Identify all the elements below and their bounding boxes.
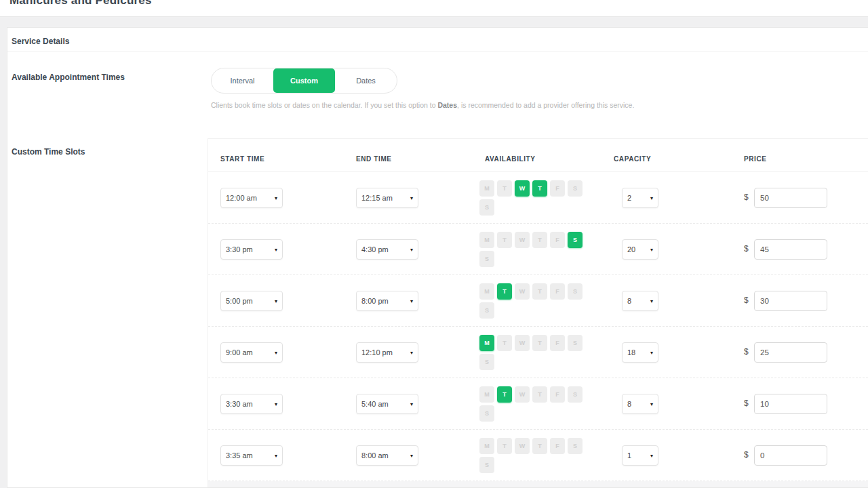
tab-custom[interactable]: Custom — [273, 68, 335, 93]
day-toggle[interactable]: M — [479, 335, 494, 351]
day-toggle[interactable]: T — [497, 335, 512, 351]
day-toggle[interactable]: F — [550, 283, 565, 300]
day-toggle[interactable]: F — [550, 386, 565, 403]
page-title: Manicures and Pedicures — [0, 0, 868, 6]
capacity-select[interactable]: 8 ▾ — [622, 394, 658, 414]
dropdown-arrow-icon: ▾ — [410, 195, 413, 201]
day-toggle[interactable]: W — [515, 283, 530, 300]
column-header-start-time: START TIME — [220, 155, 264, 163]
end-time-select[interactable]: 12:15 am ▾ — [356, 188, 418, 208]
service-details-card: Service Details Available Appointment Ti… — [7, 27, 868, 488]
start-time-select[interactable]: 5:00 pm ▾ — [220, 291, 283, 311]
day-toggle[interactable]: T — [497, 283, 512, 300]
capacity-select[interactable]: 20 ▾ — [622, 239, 658, 260]
day-toggle[interactable]: S — [568, 438, 583, 454]
dropdown-arrow-icon: ▾ — [650, 453, 653, 459]
available-appointment-times-label: Available Appointment Times — [12, 73, 125, 82]
day-toggle[interactable]: T — [532, 283, 547, 300]
end-time-select[interactable]: 8:00 pm ▾ — [356, 291, 418, 311]
helper-text-suffix: , is recommended to add a provider offer… — [457, 101, 634, 109]
end-time-select[interactable]: 5:40 am ▾ — [356, 394, 418, 414]
capacity-select[interactable]: 1 ▾ — [622, 445, 658, 466]
dollar-sign: $ — [744, 244, 749, 253]
day-toggle[interactable]: M — [479, 232, 494, 248]
column-header-availability: AVAILABILITY — [485, 155, 536, 163]
day-toggle[interactable]: W — [515, 335, 530, 351]
column-header-end-time: END TIME — [356, 155, 392, 163]
tab-dates[interactable]: Dates — [335, 68, 397, 93]
slot-row: 5:00 pm ▾ 8:00 pm ▾ MTWTFSS 8 ▾ $ — [208, 275, 868, 327]
day-toggle[interactable]: F — [550, 438, 565, 454]
start-time-select[interactable]: 9:00 am ▾ — [220, 342, 283, 363]
day-toggle[interactable]: S — [568, 335, 583, 351]
day-toggle[interactable]: T — [532, 335, 547, 351]
day-toggle[interactable]: S — [568, 180, 583, 197]
start-time-select[interactable]: 3:35 am ▾ — [220, 445, 283, 466]
capacity-select[interactable]: 18 ▾ — [622, 342, 658, 363]
day-toggle[interactable]: T — [532, 438, 547, 454]
day-toggle[interactable]: W — [515, 180, 530, 197]
helper-text-dates: Dates — [437, 101, 457, 109]
day-toggle[interactable]: F — [550, 232, 565, 248]
dropdown-arrow-icon: ▾ — [410, 247, 413, 253]
table-header-row: START TIME END TIME AVAILABILITY CAPACIT… — [208, 139, 868, 172]
day-toggle[interactable]: T — [532, 232, 547, 248]
price-input[interactable] — [754, 342, 827, 363]
day-toggle[interactable]: W — [515, 232, 530, 248]
day-toggle[interactable]: F — [550, 180, 565, 197]
day-toggle[interactable]: T — [532, 180, 547, 197]
day-toggle[interactable]: F — [550, 335, 565, 351]
end-time-select[interactable]: 4:30 pm ▾ — [356, 239, 418, 260]
day-toggle[interactable]: S — [479, 354, 494, 370]
day-toggle[interactable]: M — [479, 386, 494, 403]
availability-days: MTWTFSS — [479, 386, 587, 422]
start-time-select[interactable]: 12:00 am ▾ — [220, 188, 283, 208]
tab-interval[interactable]: Interval — [212, 68, 273, 93]
day-toggle[interactable]: M — [479, 180, 494, 197]
day-toggle[interactable]: W — [515, 438, 530, 454]
slot-row: 3:35 am ▾ 8:00 am ▾ MTWTFSS 1 ▾ $ — [208, 430, 868, 481]
day-toggle[interactable]: S — [479, 457, 494, 473]
day-toggle[interactable]: S — [568, 386, 583, 403]
dollar-sign: $ — [744, 296, 749, 305]
day-toggle[interactable]: T — [497, 180, 512, 197]
slot-row: 9:00 am ▾ 12:10 pm ▾ MTWTFSS 18 ▾ $ — [208, 327, 868, 378]
day-toggle[interactable]: S — [479, 251, 494, 267]
day-toggle[interactable]: T — [497, 386, 512, 403]
price-input[interactable] — [754, 291, 827, 311]
day-toggle[interactable]: S — [568, 232, 583, 248]
day-toggle[interactable]: S — [479, 405, 494, 422]
service-details-heading: Service Details — [12, 37, 69, 46]
day-toggle[interactable]: S — [568, 283, 583, 300]
day-toggle[interactable]: W — [515, 386, 530, 403]
custom-time-slots-table: START TIME END TIME AVAILABILITY CAPACIT… — [208, 138, 868, 487]
day-toggle[interactable]: M — [479, 283, 494, 300]
availability-days: MTWTFSS — [479, 283, 587, 319]
availability-days: MTWTFSS — [479, 335, 587, 370]
custom-time-slots-label: Custom Time Slots — [12, 147, 85, 157]
start-time-select[interactable]: 3:30 am ▾ — [220, 394, 283, 414]
price-input[interactable] — [754, 445, 827, 466]
start-time-select[interactable]: 3:30 pm ▾ — [220, 239, 283, 260]
day-toggle[interactable]: S — [479, 199, 494, 216]
price-input[interactable] — [754, 239, 827, 260]
dropdown-arrow-icon: ▾ — [650, 298, 653, 304]
appointment-type-tabs: Interval Custom Dates — [211, 68, 397, 94]
availability-days: MTWTFSS — [479, 438, 587, 473]
end-time-select[interactable]: 12:10 pm ▾ — [356, 342, 418, 363]
price-input[interactable] — [754, 394, 827, 414]
dropdown-arrow-icon: ▾ — [275, 453, 277, 459]
slot-row: 3:30 am ▾ 5:40 am ▾ MTWTFSS 8 ▾ $ — [208, 378, 868, 430]
day-toggle[interactable]: T — [497, 438, 512, 454]
capacity-select[interactable]: 2 ▾ — [622, 188, 658, 208]
end-time-select[interactable]: 8:00 am ▾ — [356, 445, 418, 466]
dollar-sign: $ — [744, 450, 749, 460]
day-toggle[interactable]: S — [479, 302, 494, 319]
day-toggle[interactable]: T — [497, 232, 512, 248]
price-input[interactable] — [754, 188, 827, 208]
day-toggle[interactable]: T — [532, 386, 547, 403]
day-toggle[interactable]: M — [479, 438, 494, 454]
page-header: Manicures and Pedicures — [0, 0, 868, 17]
capacity-select[interactable]: 8 ▾ — [622, 291, 658, 311]
slot-row: 3:30 pm ▾ 4:30 pm ▾ MTWTFSS 20 ▾ $ — [208, 224, 868, 275]
